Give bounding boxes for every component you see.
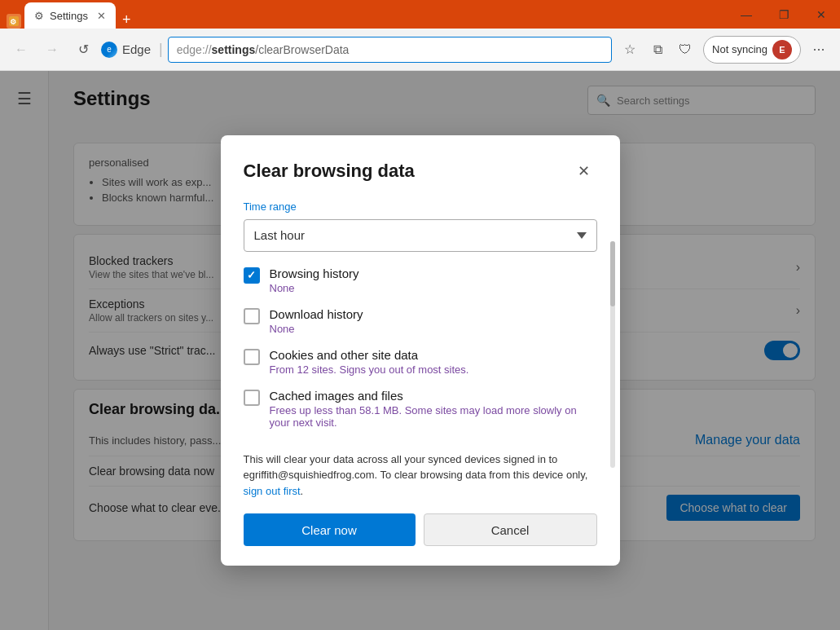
url-path: /clearBrowserData	[255, 43, 349, 56]
tab-title: Settings	[50, 10, 88, 22]
edge-logo: e	[101, 42, 117, 58]
clear-now-button[interactable]: Clear now	[244, 513, 416, 546]
svg-text:⚙: ⚙	[10, 18, 16, 26]
back-button[interactable]: ←	[8, 37, 34, 63]
url-site: settings	[212, 43, 256, 56]
check-browsing-history[interactable]	[244, 267, 260, 284]
modal-scrollbar-thumb	[610, 241, 615, 306]
browser-essentials-icon[interactable]: 🛡	[672, 37, 698, 63]
app-icon: ⚙	[7, 14, 21, 29]
address-bar: ← → ↺ e Edge | edge://settings/clearBrow…	[0, 29, 840, 71]
check-cookies[interactable]	[244, 349, 260, 365]
sync-notice-period: .	[301, 485, 304, 497]
check-sub-download-history: None	[270, 323, 363, 335]
forward-button[interactable]: →	[39, 37, 65, 63]
check-sub-cached: Frees up less than 58.1 MB. Some sites m…	[270, 404, 594, 429]
sign-out-link[interactable]: sign out first	[244, 485, 301, 497]
tab-area: ⚙ ⚙ Settings ✕ +	[0, 0, 728, 29]
modal-overlay: Clear browsing data ✕ Time range Last ho…	[0, 71, 840, 630]
not-syncing-label: Not syncing	[712, 43, 767, 55]
time-range-select[interactable]: Last hour Last 24 hours Last 7 days Last…	[244, 219, 597, 252]
check-item-browsing-history: Browsing history None	[244, 267, 594, 294]
check-cached[interactable]	[244, 390, 260, 406]
time-range-label: Time range	[244, 200, 597, 213]
avatar: E	[772, 40, 792, 59]
check-label-download-history: Download history	[270, 307, 363, 321]
url-separator: |	[159, 41, 163, 58]
time-range-section: Time range Last hour Last 24 hours Last …	[244, 200, 597, 267]
minimize-button[interactable]: —	[728, 0, 765, 29]
new-tab-button[interactable]: +	[116, 11, 138, 29]
check-item-cached: Cached images and files Frees up less th…	[244, 389, 594, 429]
url-bar[interactable]: edge://settings/clearBrowserData	[168, 37, 612, 63]
sync-notice: This will clear your data across all you…	[244, 452, 597, 500]
check-sub-browsing-history: None	[270, 282, 359, 294]
favorites-icon[interactable]: ☆	[617, 37, 643, 63]
toolbar-icons: ☆ ⧉ 🛡	[617, 37, 698, 63]
check-label-cookies: Cookies and other site data	[270, 348, 469, 362]
modal-title: Clear browsing data	[244, 161, 415, 182]
main-area: ☰ 🔍 Search settings Settings personalise…	[0, 71, 840, 630]
window-controls: — ❐ ✕	[728, 0, 840, 29]
check-label-cached: Cached images and files	[270, 389, 594, 403]
check-sub-cookies: From 12 sites. Signs you out of most sit…	[270, 363, 469, 376]
checkbox-scroll-area: Browsing history None Download history N…	[244, 267, 597, 442]
clear-browsing-modal: Clear browsing data ✕ Time range Last ho…	[221, 135, 620, 566]
collections-icon[interactable]: ⧉	[644, 37, 671, 63]
check-item-cookies: Cookies and other site data From 12 site…	[244, 348, 594, 376]
check-item-download-history: Download history None	[244, 307, 594, 335]
sync-button[interactable]: Not syncing E	[703, 36, 801, 64]
check-label-browsing-history: Browsing history	[270, 267, 359, 280]
title-bar: ⚙ ⚙ Settings ✕ + — ❐ ✕	[0, 0, 840, 29]
modal-header: Clear browsing data ✕	[244, 158, 597, 184]
cancel-button[interactable]: Cancel	[424, 513, 597, 546]
close-button[interactable]: ✕	[803, 0, 840, 29]
url-scheme: edge://	[177, 43, 212, 56]
refresh-button[interactable]: ↺	[70, 37, 96, 63]
modal-close-button[interactable]: ✕	[571, 158, 597, 184]
active-tab[interactable]: ⚙ Settings ✕	[24, 2, 116, 29]
edge-brand-label: Edge	[122, 42, 151, 56]
restore-button[interactable]: ❐	[765, 0, 803, 29]
tab-close-icon[interactable]: ✕	[97, 10, 106, 22]
more-button[interactable]: ···	[806, 37, 832, 63]
modal-scrollbar[interactable]	[610, 241, 615, 469]
sync-notice-text: This will clear your data across all you…	[244, 453, 588, 482]
check-download-history[interactable]	[244, 308, 260, 324]
modal-buttons: Clear now Cancel	[244, 513, 597, 546]
